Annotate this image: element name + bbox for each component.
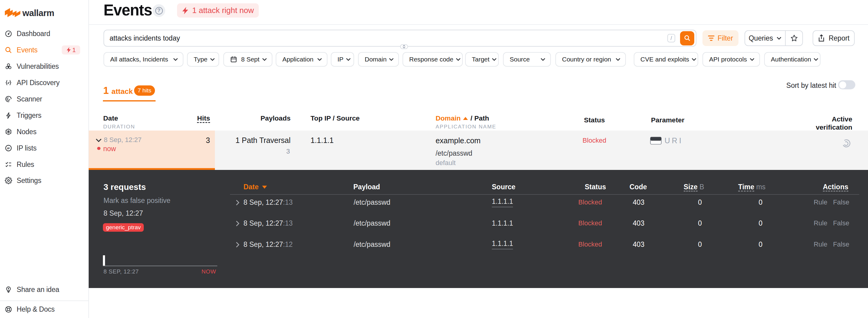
svg-text:IP: IP <box>7 147 10 150</box>
